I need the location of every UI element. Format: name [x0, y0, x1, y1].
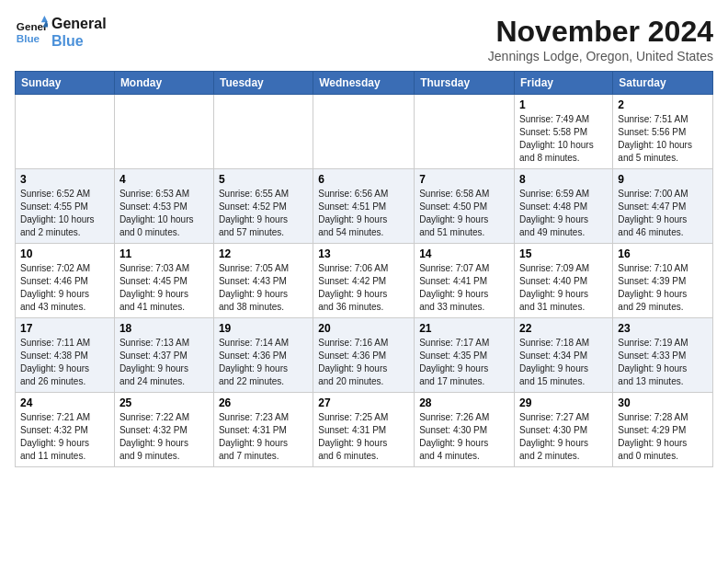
day-info: Sunrise: 7:10 AM Sunset: 4:39 PM Dayligh…	[618, 262, 708, 314]
day-info: Sunrise: 6:58 AM Sunset: 4:50 PM Dayligh…	[419, 188, 509, 239]
logo-icon: General Blue	[15, 16, 48, 49]
day-info: Sunrise: 7:17 AM Sunset: 4:35 PM Dayligh…	[419, 337, 509, 388]
calendar-cell	[16, 95, 115, 169]
day-info: Sunrise: 6:53 AM Sunset: 4:53 PM Dayligh…	[119, 188, 209, 239]
calendar: Sunday Monday Tuesday Wednesday Thursday…	[15, 71, 713, 467]
day-info: Sunrise: 7:05 AM Sunset: 4:43 PM Dayligh…	[219, 262, 308, 314]
col-sunday: Sunday	[16, 72, 115, 95]
calendar-cell: 12Sunrise: 7:05 AM Sunset: 4:43 PM Dayli…	[213, 244, 313, 318]
day-number: 12	[219, 247, 308, 260]
day-info: Sunrise: 6:52 AM Sunset: 4:55 PM Dayligh…	[20, 188, 109, 239]
calendar-cell: 4Sunrise: 6:53 AM Sunset: 4:53 PM Daylig…	[114, 169, 213, 244]
calendar-header-row: Sunday Monday Tuesday Wednesday Thursday…	[16, 72, 713, 95]
day-number: 26	[219, 396, 308, 409]
calendar-cell: 10Sunrise: 7:02 AM Sunset: 4:46 PM Dayli…	[16, 244, 115, 318]
col-friday: Friday	[515, 72, 613, 95]
month-title: November 2024	[488, 15, 713, 49]
day-number: 5	[219, 173, 308, 186]
day-number: 7	[419, 173, 509, 186]
calendar-cell: 25Sunrise: 7:22 AM Sunset: 4:32 PM Dayli…	[114, 393, 213, 467]
day-number: 17	[20, 322, 109, 335]
svg-marker-2	[41, 16, 48, 22]
day-number: 30	[618, 396, 708, 409]
day-info: Sunrise: 6:59 AM Sunset: 4:48 PM Dayligh…	[519, 188, 608, 239]
calendar-cell: 20Sunrise: 7:16 AM Sunset: 4:36 PM Dayli…	[313, 318, 415, 393]
day-info: Sunrise: 7:49 AM Sunset: 5:58 PM Dayligh…	[519, 113, 608, 165]
calendar-cell	[114, 95, 213, 169]
logo: General Blue General Blue	[15, 15, 107, 50]
day-number: 2	[618, 98, 708, 111]
calendar-cell	[213, 95, 313, 169]
logo-line1: General	[51, 15, 107, 32]
svg-text:Blue: Blue	[17, 32, 40, 44]
day-number: 18	[119, 322, 209, 335]
calendar-cell	[415, 95, 515, 169]
day-number: 25	[119, 396, 209, 409]
day-number: 23	[618, 322, 708, 335]
calendar-cell: 30Sunrise: 7:28 AM Sunset: 4:29 PM Dayli…	[613, 393, 713, 467]
calendar-cell: 18Sunrise: 7:13 AM Sunset: 4:37 PM Dayli…	[114, 318, 213, 393]
day-info: Sunrise: 7:14 AM Sunset: 4:36 PM Dayligh…	[219, 337, 308, 388]
calendar-cell: 29Sunrise: 7:27 AM Sunset: 4:30 PM Dayli…	[515, 393, 613, 467]
location-title: Jennings Lodge, Oregon, United States	[488, 49, 713, 63]
day-number: 29	[519, 396, 608, 409]
day-info: Sunrise: 7:26 AM Sunset: 4:30 PM Dayligh…	[419, 411, 509, 463]
calendar-cell: 11Sunrise: 7:03 AM Sunset: 4:45 PM Dayli…	[114, 244, 213, 318]
calendar-cell: 19Sunrise: 7:14 AM Sunset: 4:36 PM Dayli…	[213, 318, 313, 393]
day-info: Sunrise: 7:03 AM Sunset: 4:45 PM Dayligh…	[119, 262, 209, 314]
col-wednesday: Wednesday	[313, 72, 415, 95]
day-number: 4	[119, 173, 209, 186]
day-info: Sunrise: 7:06 AM Sunset: 4:42 PM Dayligh…	[318, 262, 409, 314]
calendar-cell: 24Sunrise: 7:21 AM Sunset: 4:32 PM Dayli…	[16, 393, 115, 467]
day-info: Sunrise: 7:23 AM Sunset: 4:31 PM Dayligh…	[219, 411, 308, 463]
day-info: Sunrise: 7:09 AM Sunset: 4:40 PM Dayligh…	[519, 262, 608, 314]
calendar-cell: 26Sunrise: 7:23 AM Sunset: 4:31 PM Dayli…	[213, 393, 313, 467]
day-info: Sunrise: 7:07 AM Sunset: 4:41 PM Dayligh…	[419, 262, 509, 314]
day-number: 19	[219, 322, 308, 335]
calendar-cell: 28Sunrise: 7:26 AM Sunset: 4:30 PM Dayli…	[415, 393, 515, 467]
calendar-week-4: 17Sunrise: 7:11 AM Sunset: 4:38 PM Dayli…	[16, 318, 713, 393]
calendar-cell: 9Sunrise: 7:00 AM Sunset: 4:47 PM Daylig…	[613, 169, 713, 244]
day-info: Sunrise: 7:28 AM Sunset: 4:29 PM Dayligh…	[618, 411, 708, 463]
day-info: Sunrise: 7:21 AM Sunset: 4:32 PM Dayligh…	[20, 411, 109, 463]
col-thursday: Thursday	[415, 72, 515, 95]
calendar-cell: 14Sunrise: 7:07 AM Sunset: 4:41 PM Dayli…	[415, 244, 515, 318]
day-info: Sunrise: 7:00 AM Sunset: 4:47 PM Dayligh…	[618, 188, 708, 239]
calendar-cell: 22Sunrise: 7:18 AM Sunset: 4:34 PM Dayli…	[515, 318, 613, 393]
day-info: Sunrise: 7:19 AM Sunset: 4:33 PM Dayligh…	[618, 337, 708, 388]
calendar-cell: 16Sunrise: 7:10 AM Sunset: 4:39 PM Dayli…	[613, 244, 713, 318]
day-info: Sunrise: 7:16 AM Sunset: 4:36 PM Dayligh…	[318, 337, 409, 388]
calendar-cell: 15Sunrise: 7:09 AM Sunset: 4:40 PM Dayli…	[515, 244, 613, 318]
calendar-cell: 17Sunrise: 7:11 AM Sunset: 4:38 PM Dayli…	[16, 318, 115, 393]
day-info: Sunrise: 7:27 AM Sunset: 4:30 PM Dayligh…	[519, 411, 608, 463]
calendar-cell: 13Sunrise: 7:06 AM Sunset: 4:42 PM Dayli…	[313, 244, 415, 318]
day-info: Sunrise: 6:56 AM Sunset: 4:51 PM Dayligh…	[318, 188, 409, 239]
day-info: Sunrise: 6:55 AM Sunset: 4:52 PM Dayligh…	[219, 188, 308, 239]
day-number: 16	[618, 247, 708, 260]
day-number: 13	[318, 247, 409, 260]
day-number: 1	[519, 98, 608, 111]
calendar-cell: 7Sunrise: 6:58 AM Sunset: 4:50 PM Daylig…	[415, 169, 515, 244]
day-number: 15	[519, 247, 608, 260]
day-number: 20	[318, 322, 409, 335]
day-number: 24	[20, 396, 109, 409]
calendar-cell: 2Sunrise: 7:51 AM Sunset: 5:56 PM Daylig…	[613, 95, 713, 169]
calendar-cell: 6Sunrise: 6:56 AM Sunset: 4:51 PM Daylig…	[313, 169, 415, 244]
day-number: 28	[419, 396, 509, 409]
day-info: Sunrise: 7:18 AM Sunset: 4:34 PM Dayligh…	[519, 337, 608, 388]
calendar-cell	[313, 95, 415, 169]
calendar-cell: 8Sunrise: 6:59 AM Sunset: 4:48 PM Daylig…	[515, 169, 613, 244]
day-info: Sunrise: 7:51 AM Sunset: 5:56 PM Dayligh…	[618, 113, 708, 165]
calendar-week-5: 24Sunrise: 7:21 AM Sunset: 4:32 PM Dayli…	[16, 393, 713, 467]
day-number: 21	[419, 322, 509, 335]
day-number: 3	[20, 173, 109, 186]
calendar-cell: 27Sunrise: 7:25 AM Sunset: 4:31 PM Dayli…	[313, 393, 415, 467]
day-number: 8	[519, 173, 608, 186]
col-monday: Monday	[114, 72, 213, 95]
logo-line2: Blue	[51, 32, 107, 50]
calendar-cell: 5Sunrise: 6:55 AM Sunset: 4:52 PM Daylig…	[213, 169, 313, 244]
day-number: 27	[318, 396, 409, 409]
calendar-week-3: 10Sunrise: 7:02 AM Sunset: 4:46 PM Dayli…	[16, 244, 713, 318]
calendar-week-1: 1Sunrise: 7:49 AM Sunset: 5:58 PM Daylig…	[16, 95, 713, 169]
page-header: General Blue General Blue November 2024 …	[15, 15, 713, 63]
